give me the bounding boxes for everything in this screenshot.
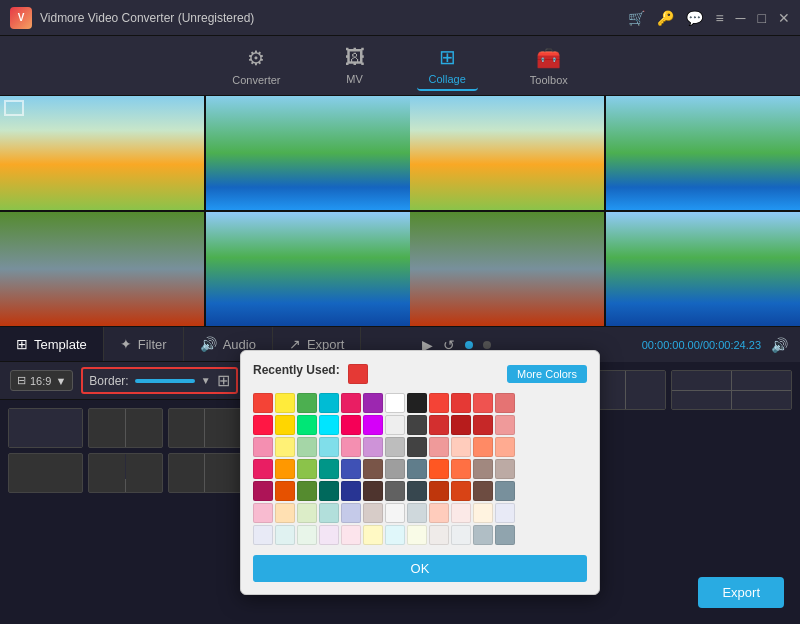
color-swatch[interactable] [253,481,273,501]
color-swatch[interactable] [495,459,515,479]
color-swatch[interactable] [451,525,471,545]
minimize-icon[interactable]: ─ [736,10,746,26]
color-swatch[interactable] [407,525,427,545]
color-swatch[interactable] [319,393,339,413]
color-swatch[interactable] [385,525,405,545]
color-swatch[interactable] [253,459,273,479]
color-swatch[interactable] [363,415,383,435]
color-swatch[interactable] [473,393,493,413]
color-swatch[interactable] [319,525,339,545]
color-swatch[interactable] [341,525,361,545]
color-swatch[interactable] [473,481,493,501]
right-preview-br[interactable] [606,212,800,326]
ok-button[interactable]: OK [253,555,587,582]
right-preview-bl[interactable] [410,212,604,326]
preview-cell-bl[interactable] [0,212,204,326]
color-swatch[interactable] [363,437,383,457]
border-slider[interactable] [135,379,195,383]
preview-cell-tr[interactable] [206,96,410,210]
color-swatch[interactable] [297,393,317,413]
color-swatch[interactable] [451,503,471,523]
color-swatch[interactable] [341,481,361,501]
template-item-3[interactable] [168,408,243,448]
color-swatch[interactable] [275,481,295,501]
color-swatch[interactable] [341,503,361,523]
color-swatch[interactable] [495,503,515,523]
color-swatch[interactable] [473,437,493,457]
menu-icon[interactable]: ≡ [715,10,723,26]
color-swatch[interactable] [363,481,383,501]
color-swatch[interactable] [407,459,427,479]
color-swatch[interactable] [385,459,405,479]
color-swatch[interactable] [341,437,361,457]
color-swatch[interactable] [385,437,405,457]
color-swatch[interactable] [363,525,383,545]
color-swatch[interactable] [385,415,405,435]
color-swatch[interactable] [253,525,273,545]
color-swatch[interactable] [297,503,317,523]
color-swatch[interactable] [385,481,405,501]
recent-swatch-1[interactable] [348,364,368,384]
right-preview-tr[interactable] [606,96,800,210]
color-swatch[interactable] [495,437,515,457]
color-swatch[interactable] [275,415,295,435]
color-swatch[interactable] [429,459,449,479]
color-swatch[interactable] [385,393,405,413]
color-swatch[interactable] [473,525,493,545]
color-swatch[interactable] [473,459,493,479]
color-swatch[interactable] [253,393,273,413]
template-item-1[interactable] [8,408,83,448]
color-swatch[interactable] [495,481,515,501]
color-swatch[interactable] [385,503,405,523]
volume-icon[interactable]: 🔊 [771,337,788,353]
color-swatch[interactable] [451,415,471,435]
template-item-6[interactable] [8,453,83,493]
export-button[interactable]: Export [698,577,784,608]
color-swatch[interactable] [429,437,449,457]
color-swatch[interactable] [407,503,427,523]
tab-filter[interactable]: ✦ Filter [104,327,184,361]
key-icon[interactable]: 🔑 [657,10,674,26]
color-swatch[interactable] [407,393,427,413]
preview-cell-tl[interactable] [0,96,204,210]
close-icon[interactable]: ✕ [778,10,790,26]
color-swatch[interactable] [451,393,471,413]
color-swatch[interactable] [451,459,471,479]
preview-cell-br[interactable] [206,212,410,326]
right-template-3[interactable] [671,370,792,410]
color-swatch[interactable] [319,459,339,479]
color-swatch[interactable] [297,437,317,457]
color-swatch[interactable] [297,481,317,501]
tab-template[interactable]: ⊞ Template [0,327,104,361]
color-swatch[interactable] [495,415,515,435]
color-swatch[interactable] [363,459,383,479]
color-swatch[interactable] [495,393,515,413]
color-swatch[interactable] [429,525,449,545]
color-swatch[interactable] [429,481,449,501]
more-colors-button[interactable]: More Colors [507,365,587,383]
color-swatch[interactable] [297,525,317,545]
color-swatch[interactable] [275,459,295,479]
color-swatch[interactable] [319,503,339,523]
color-swatch[interactable] [319,437,339,457]
color-swatch[interactable] [473,415,493,435]
template-item-2[interactable] [88,408,163,448]
color-swatch[interactable] [407,437,427,457]
color-swatch[interactable] [363,503,383,523]
color-swatch[interactable] [275,393,295,413]
cart-icon[interactable]: 🛒 [628,10,645,26]
color-swatch[interactable] [407,415,427,435]
nav-converter[interactable]: ⚙ Converter [220,42,292,90]
color-swatch[interactable] [275,437,295,457]
color-swatch[interactable] [275,525,295,545]
color-swatch[interactable] [451,481,471,501]
color-swatch[interactable] [341,415,361,435]
color-swatch[interactable] [341,459,361,479]
ratio-button[interactable]: ⊟ 16:9 ▼ [10,370,73,391]
color-swatch[interactable] [451,437,471,457]
color-swatch[interactable] [275,503,295,523]
color-swatch[interactable] [363,393,383,413]
color-swatch[interactable] [341,393,361,413]
color-swatch[interactable] [429,415,449,435]
color-swatch[interactable] [297,459,317,479]
